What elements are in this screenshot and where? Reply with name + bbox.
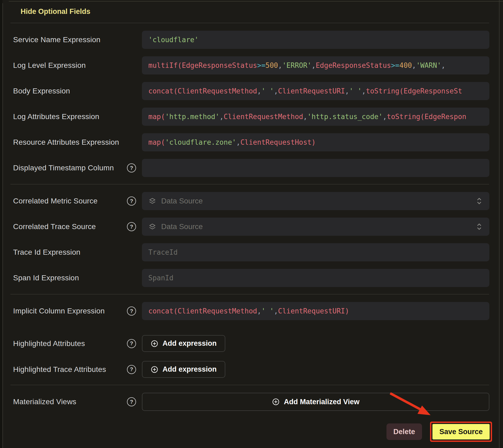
help-icon[interactable]: ? bbox=[127, 163, 136, 172]
scrollbar-track[interactable] bbox=[499, 0, 500, 448]
data-source-layers-icon bbox=[148, 223, 156, 231]
chevron-up-down-icon bbox=[475, 222, 483, 231]
help-icon[interactable]: ? bbox=[127, 339, 136, 348]
log-attributes-input[interactable]: map('http.method', ClientRequestMethod, … bbox=[142, 108, 489, 126]
add-expression-label: Add expression bbox=[162, 339, 217, 348]
source-settings-panel: Hide Optional Fields Service Name Expres… bbox=[0, 0, 503, 448]
annotation-highlight-box: Save Source bbox=[430, 422, 492, 442]
trace-id-input[interactable] bbox=[142, 243, 489, 261]
add-materialized-view-label: Add Materialized View bbox=[284, 398, 359, 406]
delete-button[interactable]: Delete bbox=[386, 423, 422, 440]
implicit-column-label: Implicit Column Expression bbox=[13, 307, 105, 315]
service-name-label: Service Name Expression bbox=[13, 36, 100, 44]
resource-attributes-label: Resource Attributes Expression bbox=[13, 138, 119, 147]
plus-circle-icon bbox=[272, 398, 280, 406]
help-icon[interactable]: ? bbox=[127, 197, 136, 206]
chevron-up-down-icon bbox=[475, 197, 483, 206]
help-icon[interactable]: ? bbox=[127, 306, 136, 316]
log-level-input[interactable]: multiIf(EdgeResponseStatus >= 500, 'ERRO… bbox=[142, 56, 489, 74]
field-row-log-level: Log Level Expression multiIf(EdgeRespons… bbox=[3, 56, 499, 74]
log-attributes-label: Log Attributes Expression bbox=[13, 112, 99, 121]
resource-attributes-input[interactable]: map('cloudflare.zone', ClientRequestHost… bbox=[142, 133, 489, 151]
help-icon[interactable]: ? bbox=[127, 365, 136, 374]
trace-id-label: Trace Id Expression bbox=[13, 248, 80, 257]
field-row-log-attributes: Log Attributes Expression map('http.meth… bbox=[3, 108, 499, 126]
field-row-body: Body Expression concat(ClientRequestMeth… bbox=[3, 82, 499, 100]
field-row-resource-attributes: Resource Attributes Expression map('clou… bbox=[3, 133, 499, 151]
field-row-materialized-views: Materialized Views ? Add Materialized Vi… bbox=[3, 393, 499, 411]
add-materialized-view-button[interactable]: Add Materialized View bbox=[142, 393, 489, 411]
field-row-service-name: Service Name Expression 'cloudflare' bbox=[3, 31, 499, 49]
add-expression-label: Add expression bbox=[162, 365, 217, 374]
correlated-trace-source-select[interactable]: Data Source bbox=[142, 218, 489, 236]
highlighted-trace-attributes-label: Highlighted Trace Attributes bbox=[13, 365, 106, 374]
section-divider bbox=[10, 294, 489, 294]
body-expression-input[interactable]: concat(ClientRequestMethod, ' ', ClientR… bbox=[142, 82, 489, 100]
plus-circle-icon bbox=[150, 366, 158, 374]
add-expression-button[interactable]: Add expression bbox=[142, 361, 225, 378]
field-row-correlated-metric: Correlated Metric Source ? Data Source bbox=[3, 192, 499, 210]
select-placeholder: Data Source bbox=[161, 222, 203, 231]
displayed-timestamp-input[interactable] bbox=[142, 159, 489, 177]
help-icon[interactable]: ? bbox=[127, 222, 136, 231]
field-row-highlighted-attributes: Highlighted Attributes ? Add expression bbox=[3, 335, 499, 352]
correlated-trace-label: Correlated Trace Source bbox=[13, 222, 96, 231]
field-row-trace-id: Trace Id Expression bbox=[3, 243, 499, 261]
plus-circle-icon bbox=[150, 340, 158, 348]
correlated-metric-source-select[interactable]: Data Source bbox=[142, 192, 489, 210]
displayed-timestamp-label: Displayed Timestamp Column bbox=[13, 164, 114, 172]
field-row-correlated-trace: Correlated Trace Source ? Data Source bbox=[3, 218, 499, 236]
materialized-views-label: Materialized Views bbox=[13, 398, 76, 406]
body-expression-label: Body Expression bbox=[13, 87, 70, 95]
optional-fields-form: Hide Optional Fields Service Name Expres… bbox=[3, 0, 499, 442]
service-name-input[interactable]: 'cloudflare' bbox=[142, 31, 489, 49]
span-id-input[interactable] bbox=[142, 269, 489, 287]
correlated-metric-label: Correlated Metric Source bbox=[13, 197, 98, 205]
section-divider bbox=[10, 184, 489, 184]
section-divider bbox=[10, 385, 489, 385]
footer-actions: Delete Save Source bbox=[3, 422, 492, 442]
help-icon[interactable]: ? bbox=[127, 397, 136, 406]
select-placeholder: Data Source bbox=[161, 197, 203, 205]
span-id-label: Span Id Expression bbox=[13, 274, 79, 282]
field-row-span-id: Span Id Expression bbox=[3, 269, 499, 287]
implicit-column-input[interactable]: concat(ClientRequestMethod, ' ', ClientR… bbox=[142, 302, 489, 320]
data-source-layers-icon bbox=[148, 197, 156, 205]
section-divider bbox=[10, 23, 489, 23]
highlighted-attributes-label: Highlighted Attributes bbox=[13, 339, 85, 348]
field-row-implicit-column: Implicit Column Expression ? concat(Clie… bbox=[3, 302, 499, 320]
field-row-highlighted-trace-attributes: Highlighted Trace Attributes ? Add expre… bbox=[3, 361, 499, 378]
add-expression-button[interactable]: Add expression bbox=[142, 335, 225, 352]
hide-optional-fields-link[interactable]: Hide Optional Fields bbox=[21, 7, 90, 16]
save-source-button[interactable]: Save Source bbox=[432, 424, 490, 439]
field-row-displayed-timestamp: Displayed Timestamp Column ? bbox=[3, 159, 499, 177]
log-level-label: Log Level Expression bbox=[13, 61, 86, 70]
panel-left-gutter bbox=[0, 0, 2, 448]
